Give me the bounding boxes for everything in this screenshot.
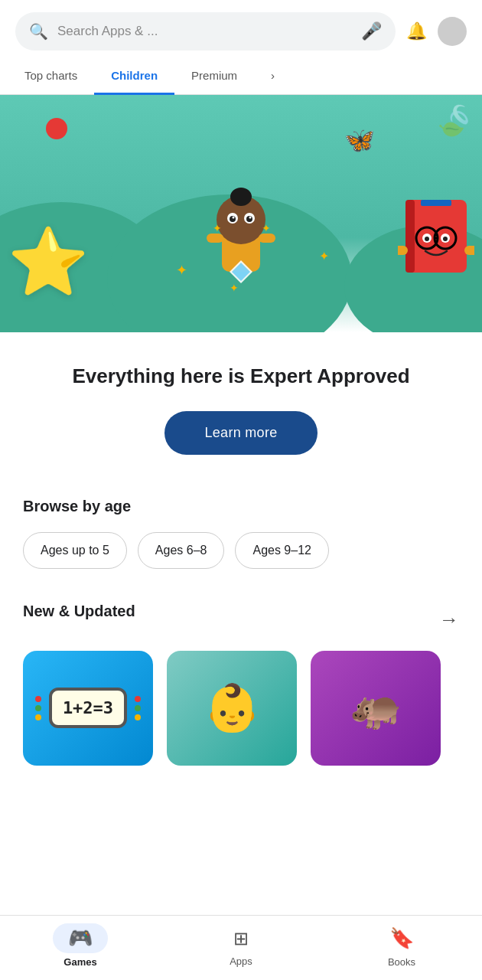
browse-by-age-title: Browse by age	[23, 498, 459, 515]
app-icon-0: 1+2=3	[23, 651, 153, 766]
mic-icon[interactable]: 🎤	[361, 21, 382, 41]
new-updated-title: New & Updated	[23, 603, 135, 620]
butterfly-icon: 🦋	[344, 126, 375, 155]
apps-icon: ⊞	[233, 928, 249, 949]
svg-point-23	[443, 237, 448, 241]
bell-icon[interactable]: 🔔	[406, 21, 427, 41]
nav-games[interactable]: 🎮 Games	[50, 923, 111, 968]
app-icon-inner-1: 👶	[167, 651, 297, 766]
avatar[interactable]	[438, 17, 467, 46]
tab-children[interactable]: Children	[94, 58, 174, 95]
tab-premium[interactable]: Premium	[174, 58, 254, 95]
char-child: ✦ ✦	[199, 188, 283, 290]
app-icon-inner-0: 1+2=3	[23, 651, 153, 766]
new-updated-arrow[interactable]: →	[439, 608, 459, 632]
nav-games-label: Games	[64, 956, 96, 968]
books-icon: 🔖	[389, 926, 414, 950]
age-chip-2[interactable]: Ages 9–12	[235, 532, 329, 569]
svg-point-2	[230, 188, 252, 206]
app-icon-inner-2: 🦛	[311, 651, 441, 766]
svg-rect-9	[207, 234, 223, 243]
svg-rect-16	[405, 200, 415, 273]
nav-apps[interactable]: ⊞ Apps	[210, 925, 272, 967]
nav-apps-label: Apps	[230, 956, 252, 967]
svg-text:✦: ✦	[262, 222, 271, 234]
char-star-creature: ⭐	[8, 229, 89, 294]
expert-section: Everything here is Expert Approved Learn…	[0, 332, 482, 773]
expert-title: Everything here is Expert Approved	[38, 363, 444, 390]
app-icon-2: 🦛	[311, 651, 441, 766]
sparkle-2: ✦	[319, 249, 329, 263]
svg-rect-25	[464, 246, 474, 255]
tab-top-charts[interactable]: Top charts	[8, 58, 94, 95]
nav-books[interactable]: 🔖 Books	[371, 923, 432, 968]
bottom-nav: 🎮 Games ⊞ Apps 🔖 Books	[0, 915, 482, 980]
age-chips-row: Ages up to 5 Ages 6–8 Ages 9–12	[23, 532, 459, 569]
learn-more-button[interactable]: Learn more	[164, 411, 317, 455]
app-cards-row: 1+2=3	[23, 651, 459, 766]
games-icon: 🎮	[68, 926, 93, 950]
sparkle-3: ✦	[230, 282, 239, 294]
svg-rect-24	[398, 246, 408, 255]
age-chip-0[interactable]: Ages up to 5	[23, 532, 127, 569]
browse-by-age-section: Browse by age Ages up to 5 Ages 6–8 Ages…	[23, 470, 459, 577]
char-book	[398, 196, 474, 294]
svg-rect-10	[259, 234, 275, 243]
svg-text:✦: ✦	[213, 222, 222, 234]
new-updated-section: New & Updated → 1+2=3	[23, 577, 459, 773]
app-card-2[interactable]: 🦛	[311, 651, 441, 766]
tabs-bar: Top charts Children Premium ›	[0, 58, 482, 95]
app-icon-1: 👶	[167, 651, 297, 766]
age-chip-1[interactable]: Ages 6–8	[138, 532, 225, 569]
search-input[interactable]: Search Apps & ...	[57, 24, 352, 39]
app-card-0[interactable]: 1+2=3	[23, 651, 153, 766]
header: 🔍 Search Apps & ... 🎤 🔔	[0, 0, 482, 58]
app-card-1[interactable]: 👶	[167, 651, 297, 766]
svg-point-22	[425, 237, 429, 241]
svg-rect-26	[421, 200, 451, 206]
hero-banner: 🦋 ⭐ ✦ ✦	[0, 95, 482, 332]
svg-point-7	[233, 216, 235, 218]
search-bar[interactable]: 🔍 Search Apps & ... 🎤	[15, 12, 396, 51]
nav-books-label: Books	[388, 956, 415, 968]
deco-ball	[46, 118, 67, 139]
leaf-icon: 🍃	[430, 95, 481, 145]
search-icon: 🔍	[29, 22, 48, 41]
sparkle-1: ✦	[176, 262, 187, 279]
svg-point-8	[249, 216, 252, 218]
tab-more[interactable]: ›	[254, 58, 291, 95]
